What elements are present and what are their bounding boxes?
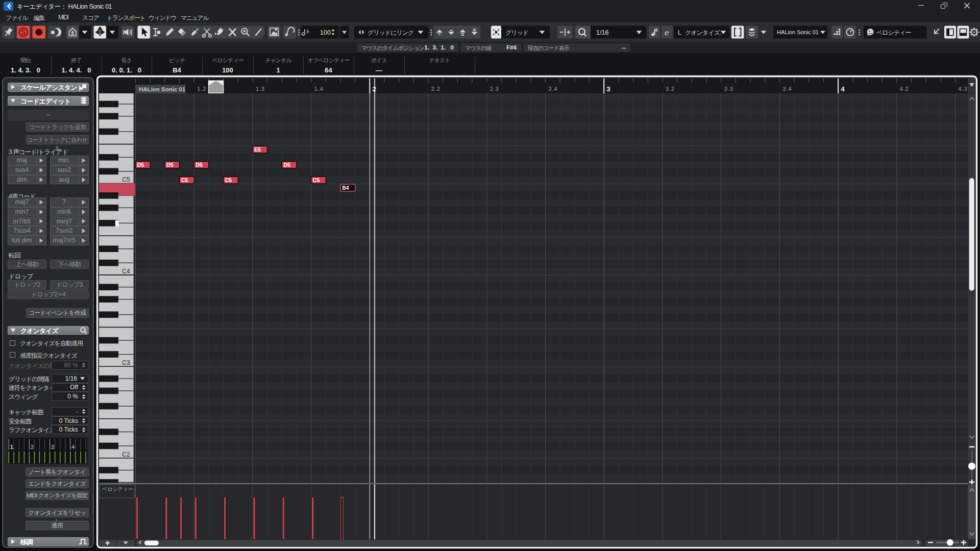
svg-text:C2: C2 <box>122 451 130 458</box>
svg-text:D5: D5 <box>166 162 174 168</box>
svg-text:2: 2 <box>31 444 34 450</box>
svg-text:D5: D5 <box>195 162 203 168</box>
svg-text:4: 4 <box>71 444 75 450</box>
svg-text:1: 1 <box>10 444 13 450</box>
svg-text:E5: E5 <box>254 146 261 153</box>
svg-text:D5: D5 <box>137 162 144 168</box>
svg-text:2: 2 <box>372 85 376 93</box>
svg-text:C4: C4 <box>122 268 130 275</box>
svg-text:C5: C5 <box>313 177 320 183</box>
svg-text:HALion Sonic 01: HALion Sonic 01 <box>139 86 186 92</box>
svg-text:1.2: 1.2 <box>197 86 206 92</box>
svg-text:1.4: 1.4 <box>314 86 324 92</box>
svg-text:3: 3 <box>606 85 610 93</box>
svg-text:3.2: 3.2 <box>666 86 675 92</box>
svg-text:C5: C5 <box>181 177 188 183</box>
svg-text:4.2: 4.2 <box>900 86 909 92</box>
svg-text:2.2: 2.2 <box>431 86 440 92</box>
svg-text:1.3: 1.3 <box>256 86 265 92</box>
svg-text:3: 3 <box>51 444 54 450</box>
svg-text:3.3: 3.3 <box>724 86 733 92</box>
svg-text:3.4: 3.4 <box>782 86 792 92</box>
svg-text:C3: C3 <box>122 359 130 366</box>
svg-text:C5: C5 <box>122 176 130 183</box>
svg-text:C5: C5 <box>225 177 232 183</box>
svg-text:4.3: 4.3 <box>959 86 968 92</box>
svg-text:ベロシティー: ベロシティー <box>102 486 133 492</box>
svg-text:2.4: 2.4 <box>549 86 558 92</box>
svg-text:2.3: 2.3 <box>490 86 499 92</box>
svg-text:D5: D5 <box>284 162 291 168</box>
svg-text:4: 4 <box>841 85 845 93</box>
svg-text:B4: B4 <box>342 185 349 191</box>
